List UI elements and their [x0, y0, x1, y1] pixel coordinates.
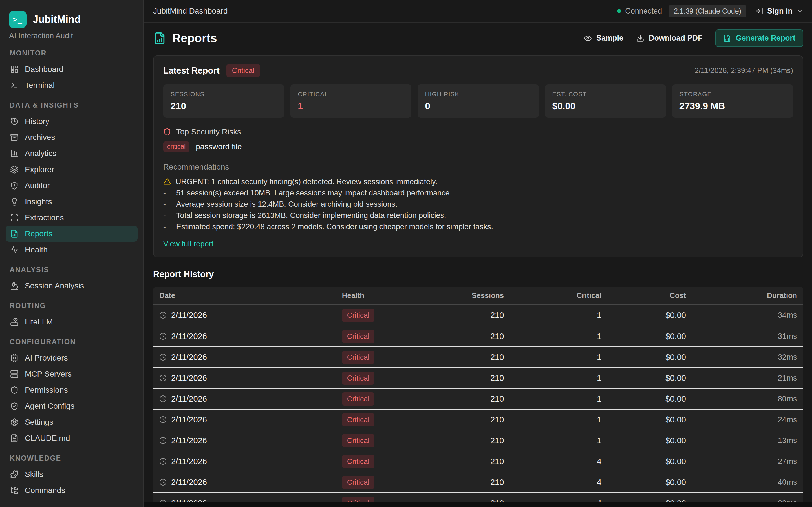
recommendation-item: URGENT: 1 critical security finding(s) d… [163, 176, 793, 187]
table-row[interactable]: 2/11/2026Critical2104$0.0027ms [153, 451, 803, 471]
col-header-critical: Critical [511, 291, 608, 300]
security-risk-item: criticalpassword file [163, 142, 793, 152]
view-full-report-link[interactable]: View full report... [163, 240, 220, 248]
history-icon [10, 117, 18, 126]
row-cost: $0.00 [608, 478, 693, 487]
row-health: Critical [335, 330, 413, 343]
table-row[interactable]: 2/11/2026Critical2101$0.0024ms [153, 409, 803, 430]
sidebar-item-agent-configs[interactable]: Agent Configs [6, 398, 138, 414]
sidebar-item-permissions[interactable]: Permissions [6, 382, 138, 398]
row-health: Critical [335, 372, 413, 385]
sidebar-section-label: MONITOR [10, 49, 134, 57]
table-row[interactable]: 2/11/2026Critical2101$0.0080ms [153, 388, 803, 409]
content-area: Latest Report Critical 2/11/2026, 2:39:4… [144, 53, 812, 502]
sidebar-item-history[interactable]: History [6, 113, 138, 129]
download-pdf-button[interactable]: Download PDF [637, 34, 703, 43]
sidebar-nav: MONITORDashboardTerminalDATA & INSIGHTSH… [0, 37, 143, 498]
sidebar-item-label: Explorer [25, 165, 54, 174]
sign-in-button[interactable]: Sign in [755, 7, 803, 15]
clock-icon [159, 395, 167, 402]
table-row[interactable]: 2/11/2026Critical2101$0.0013ms [153, 430, 803, 451]
sidebar-item-label: Settings [25, 418, 53, 427]
page-title: Reports [172, 32, 217, 45]
row-duration: 24ms [693, 415, 803, 424]
sidebar-item-reports[interactable]: Reports [6, 226, 138, 242]
file-chart-icon [153, 32, 166, 45]
sidebar-item-insights[interactable]: Insights [6, 193, 138, 210]
sidebar-item-settings[interactable]: Settings [6, 414, 138, 430]
row-critical: 4 [511, 499, 608, 502]
sidebar-item-dashboard[interactable]: Dashboard [6, 61, 138, 77]
table-row[interactable]: 2/11/2026Critical2104$0.0028ms [153, 492, 803, 502]
report-history-table: DateHealthSessionsCriticalCostDuration 2… [153, 287, 803, 502]
table-row[interactable]: 2/11/2026Critical2101$0.0021ms [153, 367, 803, 388]
row-duration: 34ms [693, 311, 803, 320]
sidebar-item-archives[interactable]: Archives [6, 129, 138, 145]
generate-report-button[interactable]: Generate Report [715, 29, 803, 47]
clock-icon [159, 353, 167, 361]
row-duration: 21ms [693, 374, 803, 383]
table-row[interactable]: 2/11/2026Critical2101$0.0034ms [153, 305, 803, 326]
sidebar-item-ai-providers[interactable]: AI Providers [6, 350, 138, 366]
file-chart-icon [10, 230, 18, 238]
sidebar-item-commands[interactable]: Commands [6, 482, 138, 498]
row-health: Critical [335, 455, 413, 468]
sidebar-item-label: Skills [25, 470, 43, 479]
sidebar-item-terminal[interactable]: Terminal [6, 77, 138, 93]
stat-label: CRITICAL [298, 91, 404, 98]
sidebar-item-skills[interactable]: Skills [6, 466, 138, 482]
clock-icon [159, 312, 167, 319]
row-sessions: 210 [413, 499, 511, 502]
sidebar-item-session-analysis[interactable]: Session Analysis [6, 278, 138, 294]
stat-card-critical: CRITICAL1 [290, 84, 411, 118]
sidebar-item-litellm[interactable]: LiteLLM [6, 314, 138, 330]
row-cost: $0.00 [608, 374, 693, 383]
table-row[interactable]: 2/11/2026Critical2101$0.0031ms [153, 326, 803, 346]
sidebar-item-label: Auditor [25, 181, 50, 190]
sidebar-section-label: ANALYSIS [10, 266, 134, 274]
clock-icon [159, 458, 167, 465]
stat-label: STORAGE [679, 91, 786, 98]
sidebar-item-explorer[interactable]: Explorer [6, 161, 138, 177]
topbar: JubitMind Dashboard Connected 2.1.39 (Cl… [144, 0, 812, 22]
sidebar-section-configuration: CONFIGURATIONAI ProvidersMCP ServersPerm… [6, 338, 138, 446]
shield-check-icon [10, 402, 18, 410]
row-sessions: 210 [413, 353, 511, 362]
report-history-title: Report History [153, 269, 803, 279]
table-body: 2/11/2026Critical2101$0.0034ms2/11/2026C… [153, 305, 803, 502]
sample-button[interactable]: Sample [584, 34, 623, 43]
row-health: Critical [335, 497, 413, 502]
version-badge: 2.1.39 (Claude Code) [669, 5, 746, 17]
clock-icon [159, 333, 167, 340]
risk-label: password file [196, 142, 242, 151]
sidebar-item-auditor[interactable]: Auditor [6, 177, 138, 193]
row-date: 2/11/2026 [153, 353, 335, 362]
stat-value: 210 [170, 101, 277, 112]
clock-icon [159, 478, 167, 486]
row-sessions: 210 [413, 415, 511, 425]
sidebar-item-mcp-servers[interactable]: MCP Servers [6, 366, 138, 382]
health-badge: Critical [342, 351, 374, 364]
router-icon [10, 318, 18, 326]
col-header-health: Health [335, 291, 413, 300]
sidebar-item-claude-md[interactable]: CLAUDE.md [6, 430, 138, 446]
row-critical: 4 [511, 457, 608, 466]
row-sessions: 210 [413, 394, 511, 404]
row-health: Critical [335, 413, 413, 427]
sidebar-section-knowledge: KNOWLEDGESkillsCommands [6, 454, 138, 498]
table-row[interactable]: 2/11/2026Critical2101$0.0032ms [153, 346, 803, 367]
row-date: 2/11/2026 [153, 478, 335, 487]
row-date: 2/11/2026 [153, 394, 335, 404]
latest-report-title: Latest Report [163, 66, 220, 76]
sidebar-item-analytics[interactable]: Analytics [6, 145, 138, 161]
sidebar-item-label: Extractions [25, 213, 64, 222]
row-date: 2/11/2026 [153, 332, 335, 341]
security-risks-header: Top Security Risks [163, 127, 793, 136]
table-row[interactable]: 2/11/2026Critical2104$0.0040ms [153, 471, 803, 492]
sidebar-item-extractions[interactable]: Extractions [6, 210, 138, 226]
sidebar-item-health[interactable]: Health [6, 242, 138, 258]
col-header-cost: Cost [608, 291, 693, 300]
health-badge: Critical [342, 392, 374, 406]
latest-report-card: Latest Report Critical 2/11/2026, 2:39:4… [153, 55, 803, 258]
col-header-sessions: Sessions [413, 291, 511, 300]
